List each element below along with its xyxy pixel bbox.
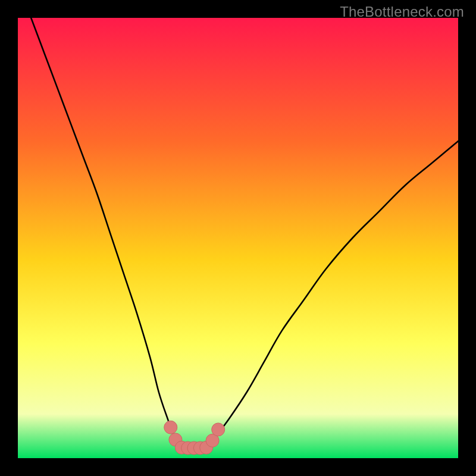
watermark-text: TheBottleneck.com [340, 4, 464, 20]
chart-frame: TheBottleneck.com [0, 0, 476, 476]
chart-svg [18, 18, 458, 458]
plot-area [18, 18, 458, 458]
marker-point [212, 423, 225, 436]
marker-point [164, 421, 177, 434]
gradient-background [18, 18, 458, 458]
